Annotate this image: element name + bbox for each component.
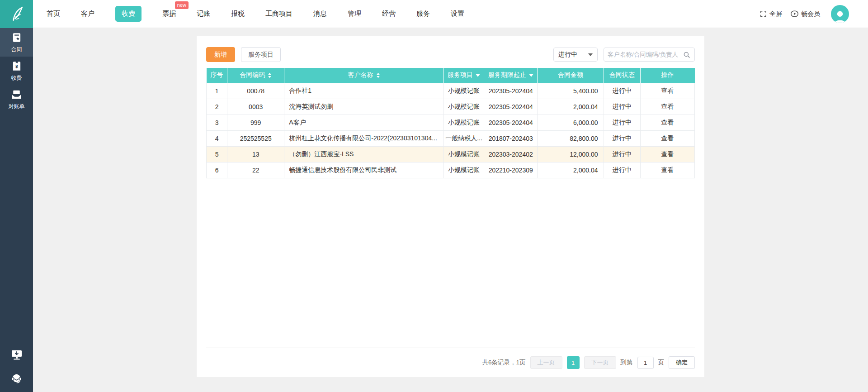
goto-prefix: 到第	[621, 359, 633, 367]
cell-status: 进行中	[604, 99, 640, 115]
cell-code: 22	[227, 162, 284, 178]
nav-items: 首页客户收费票据new记账报税工商项目消息管理经营服务设置	[47, 6, 464, 22]
column-label: 合同状态	[609, 71, 635, 78]
sidebar-item-label: 合同	[11, 46, 22, 53]
column-header-6: 合同状态	[604, 68, 640, 83]
cell-code: 999	[227, 115, 284, 130]
column-label: 服务期限起止	[488, 71, 526, 78]
nav-item-label: 消息	[313, 10, 327, 17]
nav-item-label: 设置	[451, 10, 464, 17]
add-button[interactable]: 新增	[206, 47, 235, 62]
cell-amount: 6,000.00	[538, 115, 604, 130]
cell-code: 0003	[227, 99, 284, 115]
nav-item-9[interactable]: 经营	[382, 6, 396, 22]
svg-text:¥: ¥	[15, 64, 18, 69]
cell-action: 查看	[640, 146, 694, 162]
nav-item-8[interactable]: 管理	[348, 6, 361, 22]
search-input[interactable]	[608, 51, 683, 58]
view-link[interactable]: 查看	[661, 103, 674, 110]
cell-service: 小规模记账	[443, 146, 484, 162]
cell-seq: 1	[207, 83, 227, 99]
nav-item-label: 管理	[348, 10, 361, 17]
view-link[interactable]: 查看	[661, 87, 674, 94]
pagination: 共6条记录，1页 上一页 1 下一页 到第 页 确定	[206, 348, 695, 377]
download-client-icon[interactable]	[10, 349, 23, 361]
nav-item-6[interactable]: 工商项目	[265, 6, 292, 22]
nav-item-0[interactable]: 首页	[47, 6, 60, 22]
new-badge: new	[175, 1, 189, 9]
contract-icon	[11, 32, 23, 43]
view-link[interactable]: 查看	[661, 119, 674, 126]
status-filter-select[interactable]: 进行中	[553, 48, 598, 62]
nav-item-label: 收费	[122, 10, 135, 17]
logo[interactable]	[0, 0, 33, 28]
dropdown-caret-icon	[588, 53, 593, 56]
view-link[interactable]: 查看	[661, 134, 674, 142]
table-row: 100078合作社1小规模记账202305-2024045,400.00进行中查…	[207, 83, 695, 99]
cell-amount: 82,800.00	[538, 130, 604, 146]
avatar[interactable]	[831, 5, 849, 23]
cell-customer: 杭州杠上花文化传播有限公司-2022(202303101304...	[284, 130, 444, 146]
cell-code: 00078	[227, 83, 284, 99]
cell-action: 查看	[640, 162, 694, 178]
nav-item-11[interactable]: 设置	[451, 6, 464, 22]
cell-action: 查看	[640, 130, 694, 146]
sidebar-item-0[interactable]: 合同	[0, 28, 33, 57]
cell-code: 252525525	[227, 130, 284, 146]
cell-code: 13	[227, 146, 284, 162]
member-button[interactable]: 畅会员	[790, 10, 820, 18]
nav-item-5[interactable]: 报税	[231, 6, 245, 22]
nav-item-3[interactable]: 票据new	[162, 6, 176, 22]
left-sidebar: 合同¥收费对账单	[0, 28, 33, 392]
next-page-button[interactable]: 下一页	[584, 356, 616, 369]
member-label: 畅会员	[801, 10, 820, 18]
service-items-button[interactable]: 服务项目	[241, 47, 281, 62]
column-label: 合同编码	[240, 71, 265, 78]
table-row: 4252525525杭州杠上花文化传播有限公司-2022(20230310130…	[207, 130, 695, 146]
prev-page-button[interactable]: 上一页	[530, 356, 562, 369]
nav-item-7[interactable]: 消息	[313, 6, 327, 22]
cell-seq: 6	[207, 162, 227, 178]
nav-item-1[interactable]: 客户	[81, 6, 94, 22]
confirm-button[interactable]: 确定	[669, 356, 695, 369]
column-header-2[interactable]: 客户名称	[284, 68, 444, 83]
cell-amount: 2,000.04	[538, 99, 604, 115]
sidebar-item-2[interactable]: 对账单	[0, 85, 33, 114]
column-header-3[interactable]: 服务项目	[443, 68, 484, 83]
column-header-1[interactable]: 合同编码	[227, 68, 284, 83]
nav-item-10[interactable]: 服务	[416, 6, 430, 22]
table-header-row: 序号合同编码客户名称服务项目服务期限起止合同金额合同状态操作	[207, 68, 695, 83]
customer-service-icon[interactable]	[10, 373, 23, 385]
column-header-5: 合同金额	[538, 68, 604, 83]
contracts-table-wrap: 序号合同编码客户名称服务项目服务期限起止合同金额合同状态操作 100078合作社…	[206, 68, 695, 178]
cell-amount: 2,000.04	[538, 162, 604, 178]
main-area: 新增 服务项目 进行中	[33, 28, 868, 392]
nav-item-label: 服务	[416, 10, 430, 17]
nav-item-2[interactable]: 收费	[115, 6, 142, 22]
cell-service: 一般纳税人...	[443, 130, 484, 146]
cell-period: 202303-202402	[484, 146, 538, 162]
top-navbar: 首页客户收费票据new记账报税工商项目消息管理经营服务设置 全屏 畅会员	[0, 0, 868, 28]
nav-item-4[interactable]: 记账	[197, 6, 210, 22]
cell-service: 小规模记账	[443, 83, 484, 99]
column-header-4[interactable]: 服务期限起止	[484, 68, 538, 83]
column-label: 操作	[661, 71, 674, 78]
filter-caret-icon	[529, 74, 533, 77]
cell-seq: 2	[207, 99, 227, 115]
nav-item-label: 工商项目	[265, 10, 292, 17]
sort-icon	[376, 72, 380, 78]
cell-amount: 5,400.00	[538, 83, 604, 99]
fullscreen-label: 全屏	[769, 10, 782, 18]
sidebar-item-1[interactable]: ¥收费	[0, 57, 33, 85]
cell-status: 进行中	[604, 146, 640, 162]
search-icon[interactable]	[683, 51, 691, 59]
page-number-button[interactable]: 1	[567, 356, 580, 369]
view-link[interactable]: 查看	[661, 150, 674, 158]
fullscreen-button[interactable]: 全屏	[760, 10, 782, 18]
goto-page-input[interactable]	[637, 357, 654, 369]
content-card: 新增 服务项目 进行中	[197, 36, 704, 377]
cell-status: 进行中	[604, 115, 640, 130]
cell-action: 查看	[640, 99, 694, 115]
sidebar-item-label: 收费	[11, 74, 22, 82]
view-link[interactable]: 查看	[661, 166, 674, 173]
